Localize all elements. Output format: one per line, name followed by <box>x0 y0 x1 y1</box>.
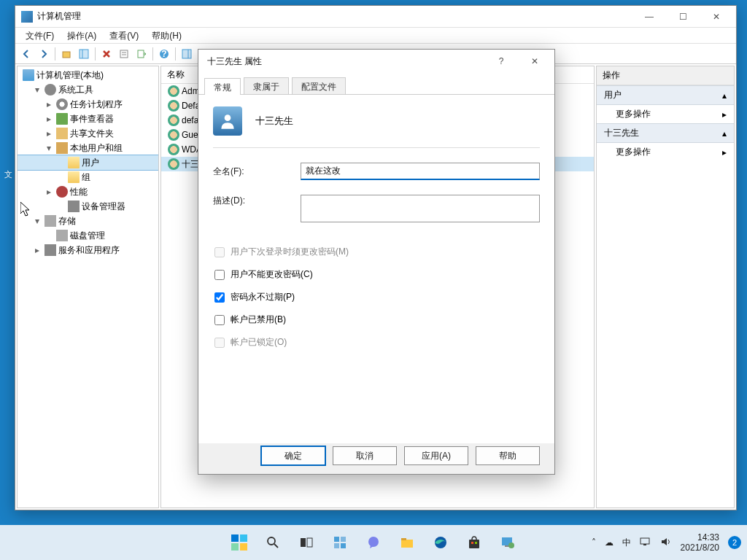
maximize-button[interactable]: ☐ <box>666 6 700 28</box>
tree-item[interactable]: 用户 <box>18 155 158 170</box>
show-action-pane-button[interactable] <box>179 46 195 62</box>
user-icon <box>168 114 179 126</box>
svg-rect-0 <box>63 52 70 58</box>
fullname-input[interactable] <box>301 163 540 180</box>
tray-clock[interactable]: 14:33 2021/8/20 <box>681 532 719 553</box>
svg-rect-9 <box>182 50 191 58</box>
checkbox-row[interactable]: 用户不能更改密码(C) <box>213 268 540 281</box>
task-view-button[interactable] <box>292 528 321 557</box>
svg-rect-19 <box>341 543 346 548</box>
svc-icon <box>44 244 56 256</box>
help-button[interactable]: ? <box>156 46 172 62</box>
tree-item[interactable]: ▸事件查看器 <box>18 112 158 126</box>
svg-rect-24 <box>469 540 479 548</box>
dialog-close-button[interactable]: ✕ <box>518 50 551 72</box>
expand-icon[interactable]: ▸ <box>44 99 54 109</box>
tab-profile[interactable]: 配置文件 <box>292 77 346 94</box>
expand-icon[interactable]: ▸ <box>44 114 54 124</box>
export-button[interactable] <box>133 46 150 62</box>
checkbox-row[interactable]: 帐户已禁用(B) <box>213 314 540 326</box>
forward-button[interactable] <box>36 46 52 62</box>
navigation-tree[interactable]: 计算机管理(本地) ▾系统工具▸任务计划程序▸事件查看器▸共享文件夹▾本地用户和… <box>17 66 159 508</box>
delete-button[interactable] <box>98 46 115 62</box>
notification-badge[interactable]: 2 <box>728 536 741 549</box>
expand-icon[interactable]: ▾ <box>44 143 54 153</box>
tray-onedrive-icon[interactable]: ☁ <box>605 537 614 548</box>
expand-icon[interactable]: ▸ <box>44 187 54 197</box>
tree-item[interactable]: 组 <box>18 170 158 184</box>
system-tray: ˄ ☁ 中 14:33 2021/8/20 2 <box>592 532 741 553</box>
properties-button[interactable] <box>116 46 132 62</box>
tree-item[interactable]: ▸性能 <box>18 184 158 199</box>
user-properties-dialog: 十三先生 属性 ? ✕ 常规 隶属于 配置文件 十三先生 全名(F): 描述(D… <box>198 49 555 475</box>
help-button[interactable]: 帮助 <box>476 446 540 465</box>
store-button[interactable] <box>460 528 489 557</box>
tray-chevron-icon[interactable]: ˄ <box>592 537 596 548</box>
svg-rect-3 <box>120 50 128 58</box>
widgets-button[interactable] <box>325 528 355 557</box>
start-button[interactable] <box>225 528 254 557</box>
show-hide-tree-button[interactable] <box>76 46 92 62</box>
user-icon <box>168 100 179 112</box>
svg-rect-25 <box>471 542 473 544</box>
tree-item[interactable]: ▸共享文件夹 <box>18 126 158 141</box>
checkbox[interactable] <box>214 315 225 325</box>
tree-item[interactable]: ▸任务计划程序 <box>18 97 158 112</box>
apply-button[interactable]: 应用(A) <box>404 446 468 465</box>
search-button[interactable] <box>258 528 287 557</box>
chat-button[interactable] <box>359 528 388 557</box>
tab-memberof[interactable]: 隶属于 <box>244 77 289 94</box>
tray-volume-icon[interactable] <box>660 537 672 549</box>
explorer-button[interactable] <box>392 528 422 557</box>
checkbox[interactable] <box>214 270 225 280</box>
tray-network-icon[interactable] <box>640 537 651 549</box>
back-button[interactable] <box>18 46 34 62</box>
up-button[interactable] <box>58 46 74 62</box>
tree-item[interactable]: ▾存储 <box>18 214 158 228</box>
checkbox-row: 用户下次登录时须更改密码(M) <box>213 246 540 258</box>
tab-general[interactable]: 常规 <box>204 78 241 95</box>
close-button[interactable]: ✕ <box>700 6 733 28</box>
tree-item[interactable]: 设备管理器 <box>18 199 158 214</box>
action-section-user[interactable]: 十三先生 ▴ <box>597 123 734 143</box>
clock-icon <box>56 98 68 110</box>
menu-help[interactable]: 帮助(H) <box>146 29 187 42</box>
svg-text:?: ? <box>161 49 166 59</box>
tree-item[interactable]: ▸服务和应用程序 <box>18 243 158 257</box>
tree-item[interactable]: ▾系统工具 <box>18 82 158 97</box>
dialog-titlebar: 十三先生 属性 ? ✕ <box>198 50 554 73</box>
tree-root[interactable]: 计算机管理(本地) <box>18 68 158 82</box>
dialog-help-button[interactable]: ? <box>484 50 518 72</box>
menu-view[interactable]: 查看(V) <box>104 29 144 42</box>
menu-file[interactable]: 文件(F) <box>20 29 60 42</box>
checkbox[interactable] <box>214 292 225 303</box>
taskbar-app-compmgmt[interactable] <box>493 528 522 557</box>
svg-point-11 <box>225 114 231 121</box>
menubar: 文件(F) 操作(A) 查看(V) 帮助(H) <box>15 28 736 44</box>
expand-icon[interactable]: ▾ <box>32 85 42 95</box>
action-more-2[interactable]: 更多操作 ▸ <box>597 143 734 161</box>
taskbar: ˄ ☁ 中 14:33 2021/8/20 2 <box>0 525 747 560</box>
action-section-users[interactable]: 用户 ▴ <box>597 85 734 105</box>
ok-button[interactable]: 确定 <box>261 446 325 465</box>
svg-line-13 <box>274 544 278 548</box>
edge-button[interactable] <box>426 528 455 557</box>
tray-ime[interactable]: 中 <box>622 537 631 549</box>
event-icon <box>56 113 68 125</box>
description-input[interactable] <box>301 195 540 222</box>
action-more-1[interactable]: 更多操作 ▸ <box>597 105 734 123</box>
menu-action[interactable]: 操作(A) <box>61 29 102 42</box>
expand-icon[interactable]: ▾ <box>32 216 42 226</box>
expand-icon[interactable]: ▸ <box>44 128 54 139</box>
window-title: 计算机管理 <box>37 10 81 23</box>
tree-item[interactable]: 磁盘管理 <box>18 228 158 243</box>
tool-icon <box>44 84 56 96</box>
checkbox-row[interactable]: 密码永不过期(P) <box>213 291 540 303</box>
expand-icon[interactable]: ▸ <box>32 245 42 255</box>
user-icon <box>168 129 179 141</box>
minimize-button[interactable]: — <box>632 6 666 28</box>
svg-rect-15 <box>307 538 312 547</box>
tree-item[interactable]: ▾本地用户和组 <box>18 141 158 155</box>
cancel-button[interactable]: 取消 <box>333 446 397 465</box>
svg-point-20 <box>368 537 379 547</box>
